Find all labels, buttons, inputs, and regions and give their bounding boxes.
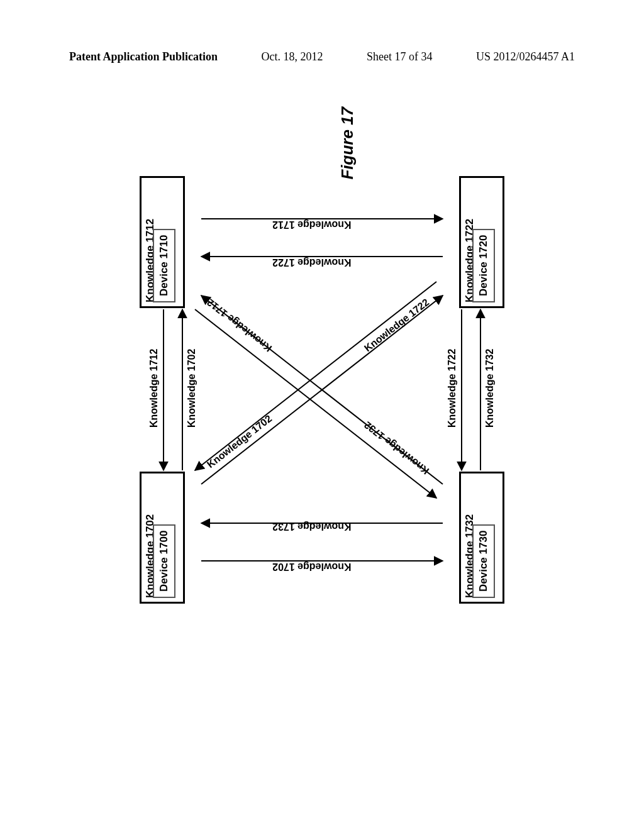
device-box-1710: Device 1710 (153, 229, 175, 302)
edge-label: Knowledge 1702 (186, 349, 197, 428)
device-box-1720: Device 1720 (472, 229, 495, 302)
node-device-1710: Knowledge 1712 Device 1710 (140, 176, 185, 308)
svg-line-10 (195, 309, 436, 498)
node-device-1730: Knowledge 1732 Device 1730 (459, 472, 504, 604)
edge-label: Knowledge 1712 (148, 349, 160, 428)
device-label: Device 1730 (477, 531, 489, 592)
device-label: Device 1700 (158, 531, 170, 592)
edge-label: Knowledge 1702 (272, 562, 351, 573)
sheet-number: Sheet 17 of 34 (367, 50, 432, 64)
knowledge-box-1702: Knowledge 1702 Device 1700 (140, 472, 185, 604)
device-box-1730: Device 1730 (472, 524, 495, 598)
node-device-1720: Knowledge 1722 Device 1720 (459, 176, 504, 308)
knowledge-box-1722: Knowledge 1722 Device 1720 (459, 176, 504, 308)
edge-label: Knowledge 1732 (484, 349, 496, 428)
knowledge-box-1732: Knowledge 1732 Device 1730 (459, 472, 504, 604)
publication-label: Patent Application Publication (69, 50, 218, 64)
edge-label: Knowledge 1722 (272, 257, 351, 268)
page-header: Patent Application Publication Oct. 18, … (69, 50, 575, 64)
device-label: Device 1710 (158, 235, 170, 296)
node-device-1700: Knowledge 1702 Device 1700 (140, 472, 185, 604)
device-box-1700: Device 1700 (153, 524, 175, 598)
device-label: Device 1720 (477, 235, 489, 296)
figure-17-diagram: Knowledge 1702 Device 1700 Knowledge 171… (127, 163, 517, 616)
edge-label: Knowledge 1712 (272, 219, 351, 231)
edge-arrows (127, 163, 517, 616)
knowledge-box-1712: Knowledge 1712 Device 1710 (140, 176, 185, 308)
edge-label: Knowledge 1732 (272, 521, 351, 533)
figure-caption: Figure 17 (338, 107, 357, 180)
publication-number: US 2012/0264457 A1 (476, 50, 575, 64)
publication-date: Oct. 18, 2012 (262, 50, 323, 64)
edge-label: Knowledge 1722 (447, 349, 458, 428)
